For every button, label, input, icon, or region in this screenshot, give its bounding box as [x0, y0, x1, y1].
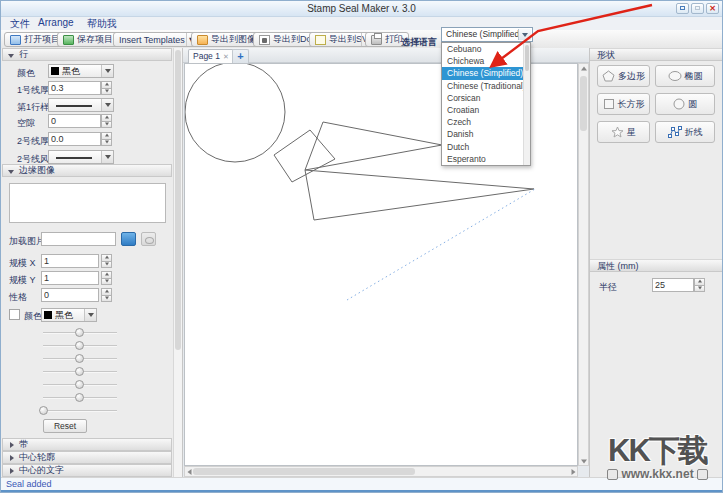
color-label: 颜色	[17, 67, 35, 80]
gap-input[interactable]	[48, 114, 101, 128]
scrollbar-thumb[interactable]	[175, 50, 181, 350]
menu-arrange[interactable]: Arrange	[38, 17, 74, 28]
circle-shape[interactable]	[185, 64, 285, 162]
toolbar-separator	[361, 33, 362, 46]
radius-spinner[interactable]	[694, 278, 705, 292]
language-option[interactable]: Croatian	[442, 104, 530, 116]
language-option[interactable]: Dutch	[442, 141, 530, 153]
slider-knob[interactable]	[75, 354, 84, 363]
slider-knob[interactable]	[75, 380, 84, 389]
canvas-vertical-scrollbar[interactable]	[578, 63, 589, 466]
scrollbar-thumb[interactable]	[525, 45, 529, 71]
export-image-button[interactable]: 导出到图像	[191, 32, 262, 47]
polyline-shape-button[interactable]: 折线	[655, 121, 715, 143]
scrollbar-thumb[interactable]	[193, 468, 415, 475]
load-image-label: 加载图片	[9, 235, 45, 248]
line2-thickness-input[interactable]	[48, 132, 101, 146]
slider-knob[interactable]	[75, 341, 84, 350]
color-checkbox[interactable]	[9, 309, 20, 320]
adjust-slider-5[interactable]	[43, 380, 117, 389]
adjust-slider-4[interactable]	[43, 367, 117, 376]
language-option-selected[interactable]: Chinese (Simplified)	[442, 67, 530, 79]
slider-knob[interactable]	[75, 328, 84, 337]
scroll-up-icon[interactable]	[579, 64, 588, 73]
language-option[interactable]: Chichewa	[442, 55, 530, 67]
maximize-button[interactable]	[691, 3, 704, 14]
scale-y-spinner[interactable]	[101, 271, 112, 285]
status-text: Seal added	[6, 479, 52, 489]
scroll-down-icon[interactable]	[579, 456, 588, 465]
slider-knob[interactable]	[75, 367, 84, 376]
export-svg-icon	[315, 35, 326, 45]
adjust-slider-1[interactable]	[43, 328, 117, 337]
polygon-shape-button[interactable]: 多边形	[597, 65, 650, 87]
minimize-icon	[680, 6, 685, 10]
clear-image-button[interactable]	[141, 232, 156, 246]
menu-file[interactable]: 文件	[10, 17, 30, 31]
language-option[interactable]: Chinese (Traditional)	[442, 80, 530, 92]
line2-style-dropdown[interactable]	[48, 150, 114, 164]
adjust-slider-2[interactable]	[43, 341, 117, 350]
save-project-button[interactable]: 保存项目	[57, 32, 119, 47]
left-panel-scrollbar[interactable]	[173, 48, 182, 477]
character-spinner[interactable]	[101, 288, 112, 302]
properties-section-header: 属性 (mm)	[590, 259, 722, 272]
section-header-row[interactable]: 行	[2, 48, 172, 61]
minimize-button[interactable]	[676, 3, 689, 14]
combobox-dropdown-arrow-icon[interactable]	[518, 29, 531, 40]
rectangle-shape-button[interactable]: 长方形	[597, 93, 650, 115]
tab-close-icon[interactable]: ✕	[223, 53, 229, 60]
scale-x-input[interactable]	[41, 254, 99, 268]
slider-knob[interactable]	[39, 406, 48, 415]
edge-image-preview-list[interactable]	[9, 183, 166, 223]
language-option[interactable]: Corsican	[442, 92, 530, 104]
line1-style-dropdown[interactable]	[48, 98, 114, 112]
diamond-shape[interactable]	[274, 130, 335, 182]
section-header-band[interactable]: 带	[2, 438, 172, 451]
adjust-slider-7[interactable]	[39, 406, 117, 415]
dotted-guide-line[interactable]	[347, 189, 535, 300]
line2-thickness-spinner[interactable]	[101, 132, 112, 146]
insert-templates-button[interactable]: Insert Templates ▼	[113, 32, 202, 47]
color-dropdown[interactable]: 黑色	[48, 64, 114, 78]
circle-shape-button[interactable]: 圆	[655, 93, 715, 115]
character-input[interactable]	[41, 288, 99, 302]
section-collapsed-icon	[10, 455, 17, 461]
line1-thickness-input[interactable]	[48, 81, 101, 95]
ellipse-shape-button[interactable]: 椭圆	[655, 65, 715, 87]
section-header-edge-image[interactable]: 边缘图像	[2, 164, 172, 177]
shapes-section-header: 形状	[590, 48, 722, 61]
line1-thickness-spinner[interactable]	[101, 81, 112, 95]
browse-folder-button[interactable]	[121, 232, 136, 246]
gap-spinner[interactable]	[101, 114, 112, 128]
adjust-slider-3[interactable]	[43, 354, 117, 363]
scrollbar-thumb[interactable]	[580, 76, 587, 131]
star-shape-button[interactable]: 星	[597, 121, 650, 143]
language-combobox[interactable]: Chinese (Simplified)	[441, 27, 533, 42]
language-option[interactable]: Danish	[442, 128, 530, 140]
section-header-center-text[interactable]: 中心的文字	[2, 464, 172, 477]
canvas-horizontal-scrollbar[interactable]	[184, 466, 578, 477]
scroll-right-icon[interactable]	[568, 467, 577, 476]
dropdown-scrollbar[interactable]	[523, 43, 530, 165]
add-page-tab[interactable]: +	[232, 49, 249, 63]
thin-triangle-shape[interactable]	[305, 170, 534, 220]
maximize-icon	[695, 6, 700, 10]
radius-input[interactable]	[652, 278, 694, 292]
circle-icon	[673, 98, 685, 110]
menu-help[interactable]: 帮助我	[87, 17, 117, 31]
section-header-center-contour[interactable]: 中心轮廓	[2, 451, 172, 464]
load-image-input[interactable]	[41, 232, 116, 246]
triangle-shape[interactable]	[305, 122, 442, 170]
scale-y-input[interactable]	[41, 271, 99, 285]
close-button[interactable]: ✕	[706, 3, 719, 14]
language-option[interactable]: Czech	[442, 116, 530, 128]
tab-page-1[interactable]: Page 1✕	[188, 49, 234, 63]
edge-color-dropdown[interactable]: 黑色	[41, 308, 97, 322]
language-option[interactable]: Esperanto	[442, 153, 530, 165]
adjust-slider-6[interactable]	[43, 393, 117, 402]
reset-button[interactable]: Reset	[43, 419, 87, 433]
slider-knob[interactable]	[75, 393, 84, 402]
scale-x-spinner[interactable]	[101, 254, 112, 268]
language-option[interactable]: Cebuano	[442, 43, 530, 55]
